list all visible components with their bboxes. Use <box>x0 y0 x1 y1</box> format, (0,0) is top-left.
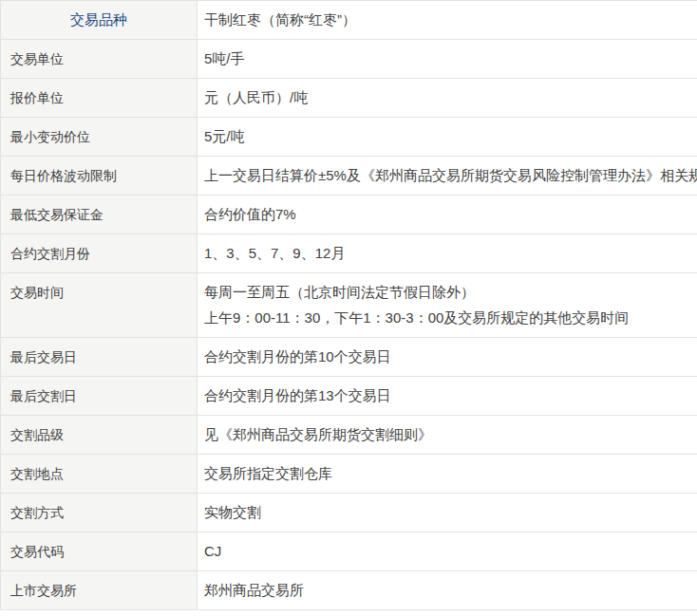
spec-value: 元（人民币）/吨 <box>198 79 697 118</box>
spec-value: 交易所指定交割仓库 <box>198 455 697 494</box>
spec-value: CJ <box>198 532 697 571</box>
spec-row-delivery-months: 合约交割月份 1、3、5、7、9、12月 <box>1 234 697 273</box>
spec-label: 合约交割月份 <box>1 234 198 273</box>
spec-row-listed-exchange: 上市交易所 郑州商品交易所 <box>1 571 697 610</box>
spec-row-last-trading-day: 最后交易日 合约交割月份的第10个交易日 <box>1 338 697 377</box>
spec-label: 交割方式 <box>1 494 198 532</box>
spec-row-delivery-grade: 交割品级 见《郑州商品交易所期货交割细则》 <box>1 416 697 455</box>
spec-value: 5吨/手 <box>198 40 697 79</box>
spec-label: 最低交易保证金 <box>1 196 198 234</box>
spec-row-daily-limit: 每日价格波动限制 上一交易日结算价±5%及《郑州商品交易所期货交易风险控制管理办… <box>1 157 697 196</box>
spec-value: 1、3、5、7、9、12月 <box>198 234 697 273</box>
spec-value: 合约交割月份的第10个交易日 <box>198 338 697 377</box>
spec-row-delivery-method: 交割方式 实物交割 <box>1 494 697 532</box>
spec-row-quote-unit: 报价单位 元（人民币）/吨 <box>1 79 697 118</box>
spec-label: 交易时间 <box>1 273 198 338</box>
spec-row-last-delivery-day: 最后交割日 合约交割月份的第13个交易日 <box>1 377 697 416</box>
spec-row-delivery-place: 交割地点 交易所指定交割仓库 <box>1 455 697 494</box>
spec-value: 每周一至周五（北京时间法定节假日除外） 上午9：00-11：30，下午1：30-… <box>198 273 697 338</box>
spec-value: 合约交割月份的第13个交易日 <box>198 377 697 416</box>
spec-label: 交割品级 <box>1 416 198 455</box>
spec-row-min-tick: 最小变动价位 5元/吨 <box>1 118 697 157</box>
trading-hours-line2: 上午9：00-11：30，下午1：30-3：00及交易所规定的其他交易时间 <box>204 310 688 326</box>
spec-row-ticker-symbol: 交易代码 CJ <box>1 532 697 571</box>
spec-label: 交易单位 <box>1 40 198 79</box>
spec-value: 郑州商品交易所 <box>198 571 697 610</box>
spec-label: 最后交割日 <box>1 377 198 416</box>
spec-label: 交易品种 <box>1 1 198 40</box>
spec-row-trading-hours: 交易时间 每周一至周五（北京时间法定节假日除外） 上午9：00-11：30，下午… <box>1 273 697 338</box>
spec-label: 交割地点 <box>1 455 198 494</box>
contract-spec-table: 交易品种 干制红枣（简称“红枣”） 交易单位 5吨/手 报价单位 元（人民币）/… <box>0 0 697 610</box>
spec-label: 上市交易所 <box>1 571 198 610</box>
spec-row-trading-variety: 交易品种 干制红枣（简称“红枣”） <box>1 1 697 40</box>
spec-row-min-margin: 最低交易保证金 合约价值的7% <box>1 196 697 234</box>
spec-row-trading-unit: 交易单位 5吨/手 <box>1 40 697 79</box>
spec-value: 上一交易日结算价±5%及《郑州商品交易所期货交易风险控制管理办法》相关规定 <box>198 157 697 196</box>
spec-value: 实物交割 <box>198 494 697 532</box>
contract-spec-page: 交易品种 干制红枣（简称“红枣”） 交易单位 5吨/手 报价单位 元（人民币）/… <box>0 0 697 616</box>
spec-label: 最小变动价位 <box>1 118 198 157</box>
spec-value: 合约价值的7% <box>198 196 697 234</box>
trading-hours-line1: 每周一至周五（北京时间法定节假日除外） <box>204 285 688 300</box>
spec-value: 5元/吨 <box>198 118 697 157</box>
spec-value: 干制红枣（简称“红枣”） <box>198 1 697 40</box>
spec-label: 报价单位 <box>1 79 198 118</box>
spec-value: 见《郑州商品交易所期货交割细则》 <box>198 416 697 455</box>
spec-label: 交易代码 <box>1 532 198 571</box>
spec-label: 每日价格波动限制 <box>1 157 198 196</box>
spec-label: 最后交易日 <box>1 338 198 377</box>
